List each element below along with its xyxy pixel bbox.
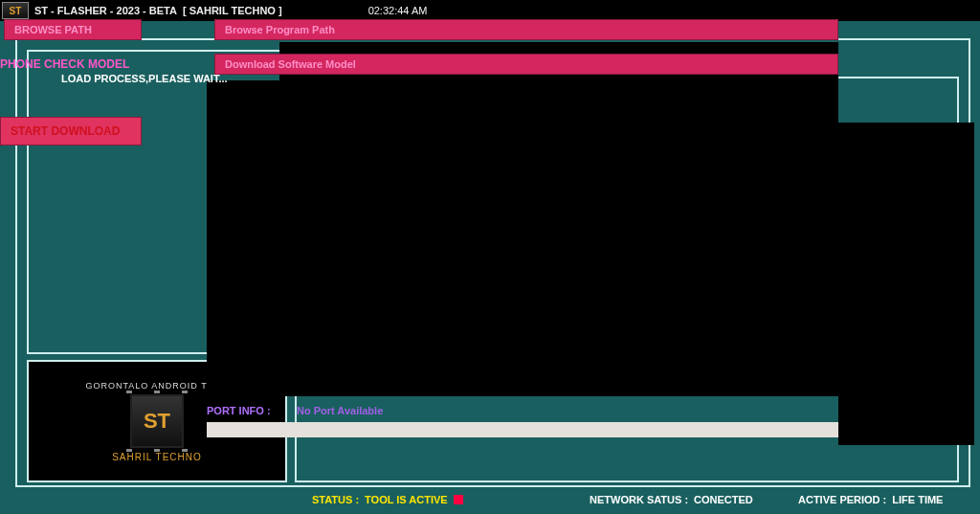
active-period-label: ACTIVE PERIOD : — [798, 494, 886, 505]
status-bar: STATUS : TOOL IS ACTIVE NETWORK SATUS : … — [0, 491, 980, 508]
titlebar: ST ST - FLASHER - 2023 - BETA [ SAHRIL T… — [0, 0, 980, 21]
port-info-label: PORT INFO : — [207, 405, 271, 416]
load-process-label: LOAD PROCESS,PLEASE WAIT... — [61, 73, 228, 84]
app-brand: [ SAHRIL TECHNO ] — [183, 5, 282, 16]
app-logo: ST — [2, 2, 29, 19]
start-download-button[interactable]: START DOWNLOAD — [0, 117, 142, 145]
phone-check-model-label: PHONE CHECK MODEL — [0, 57, 129, 71]
browse-path-button[interactable]: BROWSE PATH — [4, 19, 142, 40]
active-period-value: LIFE TIME — [892, 494, 943, 505]
console-area-side — [838, 123, 974, 445]
network-status-label: NETWORK SATUS : — [590, 494, 688, 505]
brand-chip-icon: ST — [130, 394, 184, 448]
status-indicator-icon — [454, 495, 463, 504]
app-time: 02:32:44 AM — [368, 5, 428, 16]
brand-bottom-text: SAHRIL TECHNO — [112, 452, 202, 462]
status-label: STATUS : — [312, 494, 359, 505]
browse-program-path-button[interactable]: Browse Program Path — [214, 19, 838, 40]
console-area-main — [279, 42, 838, 396]
download-software-model-button[interactable]: Download Software Model — [214, 54, 838, 75]
port-info-value: No Port Available — [297, 405, 383, 416]
app-title: ST - FLASHER - 2023 - BETA — [34, 5, 177, 16]
port-progress-bar — [207, 422, 838, 437]
network-status-value: CONECTED — [694, 494, 753, 505]
status-value: TOOL IS ACTIVE — [365, 494, 448, 505]
